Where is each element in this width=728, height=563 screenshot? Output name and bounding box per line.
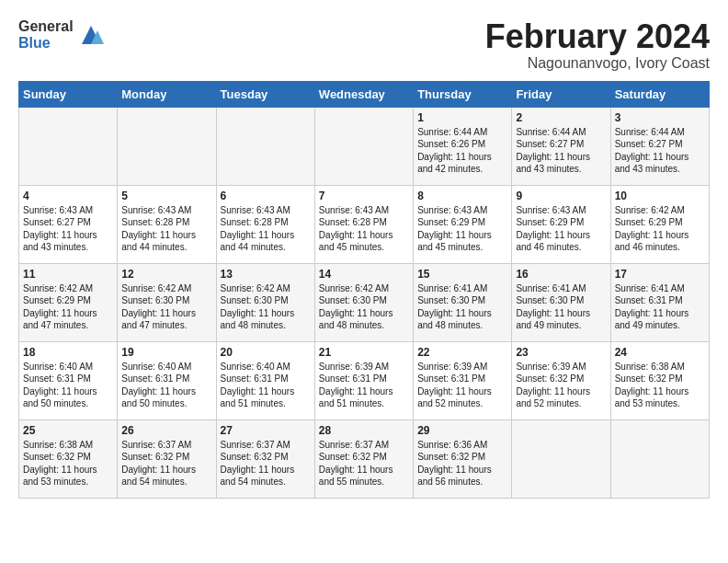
- day-info: Sunrise: 6:37 AM Sunset: 6:32 PM Dayligh…: [121, 439, 211, 488]
- day-number: 20: [221, 346, 311, 359]
- day-number: 3: [615, 111, 705, 124]
- calendar-cell: 8Sunrise: 6:43 AM Sunset: 6:29 PM Daylig…: [414, 185, 512, 263]
- day-info: Sunrise: 6:42 AM Sunset: 6:30 PM Dayligh…: [319, 282, 409, 332]
- day-info: Sunrise: 6:41 AM Sunset: 6:31 PM Dayligh…: [615, 282, 705, 332]
- day-info: Sunrise: 6:36 AM Sunset: 6:32 PM Dayligh…: [417, 439, 507, 488]
- logo-blue-text: Blue: [18, 35, 74, 52]
- day-number: 1: [417, 111, 507, 124]
- calendar-week-row: 25Sunrise: 6:38 AM Sunset: 6:32 PM Dayli…: [19, 419, 710, 498]
- day-info: Sunrise: 6:43 AM Sunset: 6:27 PM Dayligh…: [23, 204, 113, 254]
- day-number: 11: [23, 268, 113, 281]
- day-info: Sunrise: 6:37 AM Sunset: 6:32 PM Dayligh…: [221, 439, 311, 488]
- day-info: Sunrise: 6:41 AM Sunset: 6:30 PM Dayligh…: [417, 282, 507, 332]
- calendar-subtitle: Nagounanvogo, Ivory Coast: [485, 55, 710, 72]
- day-info: Sunrise: 6:40 AM Sunset: 6:31 PM Dayligh…: [221, 361, 311, 410]
- calendar-week-row: 18Sunrise: 6:40 AM Sunset: 6:31 PM Dayli…: [19, 341, 710, 419]
- day-number: 12: [121, 268, 211, 281]
- calendar-title: February 2024: [485, 18, 710, 55]
- day-info: Sunrise: 6:43 AM Sunset: 6:28 PM Dayligh…: [121, 204, 211, 254]
- calendar-cell: 26Sunrise: 6:37 AM Sunset: 6:32 PM Dayli…: [118, 419, 216, 498]
- day-number: 28: [319, 424, 409, 437]
- day-info: Sunrise: 6:44 AM Sunset: 6:27 PM Dayligh…: [615, 126, 705, 176]
- day-info: Sunrise: 6:39 AM Sunset: 6:31 PM Dayligh…: [417, 361, 507, 410]
- calendar-cell: 25Sunrise: 6:38 AM Sunset: 6:32 PM Dayli…: [19, 419, 118, 498]
- calendar-cell: 22Sunrise: 6:39 AM Sunset: 6:31 PM Dayli…: [414, 341, 512, 419]
- calendar-cell: 5Sunrise: 6:43 AM Sunset: 6:28 PM Daylig…: [118, 185, 216, 263]
- day-info: Sunrise: 6:42 AM Sunset: 6:29 PM Dayligh…: [615, 204, 705, 254]
- calendar-cell: [19, 107, 118, 185]
- day-number: 25: [23, 424, 113, 437]
- weekday-header-tuesday: Tuesday: [216, 81, 314, 107]
- day-info: Sunrise: 6:37 AM Sunset: 6:32 PM Dayligh…: [319, 439, 409, 488]
- calendar-cell: 3Sunrise: 6:44 AM Sunset: 6:27 PM Daylig…: [610, 107, 709, 185]
- calendar-week-row: 11Sunrise: 6:42 AM Sunset: 6:29 PM Dayli…: [19, 263, 710, 341]
- day-number: 14: [319, 268, 409, 281]
- weekday-header-saturday: Saturday: [610, 81, 709, 107]
- calendar-cell: [610, 419, 709, 498]
- day-number: 24: [615, 346, 705, 359]
- calendar-cell: 20Sunrise: 6:40 AM Sunset: 6:31 PM Dayli…: [216, 341, 314, 419]
- day-info: Sunrise: 6:42 AM Sunset: 6:29 PM Dayligh…: [23, 282, 113, 332]
- weekday-header-friday: Friday: [512, 81, 610, 107]
- day-number: 29: [417, 424, 507, 437]
- weekday-header-thursday: Thursday: [414, 81, 512, 107]
- calendar-cell: [512, 419, 610, 498]
- calendar-cell: 17Sunrise: 6:41 AM Sunset: 6:31 PM Dayli…: [610, 263, 709, 341]
- calendar-cell: 27Sunrise: 6:37 AM Sunset: 6:32 PM Dayli…: [216, 419, 314, 498]
- calendar-cell: 15Sunrise: 6:41 AM Sunset: 6:30 PM Dayli…: [414, 263, 512, 341]
- day-number: 19: [121, 346, 211, 359]
- weekday-header-wednesday: Wednesday: [314, 81, 413, 107]
- calendar-cell: 23Sunrise: 6:39 AM Sunset: 6:32 PM Dayli…: [512, 341, 610, 419]
- calendar-cell: 4Sunrise: 6:43 AM Sunset: 6:27 PM Daylig…: [19, 185, 118, 263]
- calendar-cell: 1Sunrise: 6:44 AM Sunset: 6:26 PM Daylig…: [414, 107, 512, 185]
- calendar-cell: 14Sunrise: 6:42 AM Sunset: 6:30 PM Dayli…: [314, 263, 413, 341]
- calendar-table: SundayMondayTuesdayWednesdayThursdayFrid…: [18, 81, 710, 499]
- day-info: Sunrise: 6:42 AM Sunset: 6:30 PM Dayligh…: [121, 282, 211, 332]
- day-info: Sunrise: 6:43 AM Sunset: 6:29 PM Dayligh…: [417, 204, 507, 254]
- weekday-header-sunday: Sunday: [19, 81, 118, 107]
- calendar-week-row: 1Sunrise: 6:44 AM Sunset: 6:26 PM Daylig…: [19, 107, 710, 185]
- page-header: General Blue February 2024 Nagounanvogo,…: [18, 18, 710, 72]
- logo-general-text: General: [18, 18, 74, 35]
- day-info: Sunrise: 6:40 AM Sunset: 6:31 PM Dayligh…: [121, 361, 211, 410]
- calendar-week-row: 4Sunrise: 6:43 AM Sunset: 6:27 PM Daylig…: [19, 185, 710, 263]
- day-number: 16: [516, 268, 606, 281]
- calendar-cell: 2Sunrise: 6:44 AM Sunset: 6:27 PM Daylig…: [512, 107, 610, 185]
- day-number: 23: [516, 346, 606, 359]
- calendar-cell: [314, 107, 413, 185]
- day-number: 15: [417, 268, 507, 281]
- weekday-header-monday: Monday: [118, 81, 216, 107]
- day-number: 10: [615, 190, 705, 202]
- calendar-cell: 18Sunrise: 6:40 AM Sunset: 6:31 PM Dayli…: [19, 341, 118, 419]
- day-number: 13: [221, 268, 311, 281]
- day-number: 7: [319, 190, 409, 202]
- day-number: 22: [417, 346, 507, 359]
- logo-icon: [77, 21, 105, 49]
- calendar-cell: 24Sunrise: 6:38 AM Sunset: 6:32 PM Dayli…: [610, 341, 709, 419]
- calendar-cell: [216, 107, 314, 185]
- day-number: 6: [221, 190, 311, 202]
- day-number: 9: [516, 190, 606, 202]
- day-number: 27: [221, 424, 311, 437]
- calendar-cell: 28Sunrise: 6:37 AM Sunset: 6:32 PM Dayli…: [314, 419, 413, 498]
- day-number: 17: [615, 268, 705, 281]
- calendar-cell: 13Sunrise: 6:42 AM Sunset: 6:30 PM Dayli…: [216, 263, 314, 341]
- calendar-cell: 12Sunrise: 6:42 AM Sunset: 6:30 PM Dayli…: [118, 263, 216, 341]
- calendar-cell: 11Sunrise: 6:42 AM Sunset: 6:29 PM Dayli…: [19, 263, 118, 341]
- day-info: Sunrise: 6:38 AM Sunset: 6:32 PM Dayligh…: [615, 361, 705, 410]
- calendar-cell: 9Sunrise: 6:43 AM Sunset: 6:29 PM Daylig…: [512, 185, 610, 263]
- weekday-header-row: SundayMondayTuesdayWednesdayThursdayFrid…: [19, 81, 710, 107]
- calendar-cell: 21Sunrise: 6:39 AM Sunset: 6:31 PM Dayli…: [314, 341, 413, 419]
- calendar-cell: [118, 107, 216, 185]
- day-number: 2: [516, 111, 606, 124]
- title-block: February 2024 Nagounanvogo, Ivory Coast: [485, 18, 710, 72]
- day-info: Sunrise: 6:40 AM Sunset: 6:31 PM Dayligh…: [23, 361, 113, 410]
- day-info: Sunrise: 6:43 AM Sunset: 6:28 PM Dayligh…: [319, 204, 409, 254]
- day-info: Sunrise: 6:44 AM Sunset: 6:27 PM Dayligh…: [516, 126, 606, 176]
- day-info: Sunrise: 6:38 AM Sunset: 6:32 PM Dayligh…: [23, 439, 113, 488]
- logo: General Blue: [18, 18, 105, 51]
- day-number: 5: [121, 190, 211, 202]
- day-info: Sunrise: 6:41 AM Sunset: 6:30 PM Dayligh…: [516, 282, 606, 332]
- day-number: 26: [121, 424, 211, 437]
- calendar-cell: 29Sunrise: 6:36 AM Sunset: 6:32 PM Dayli…: [414, 419, 512, 498]
